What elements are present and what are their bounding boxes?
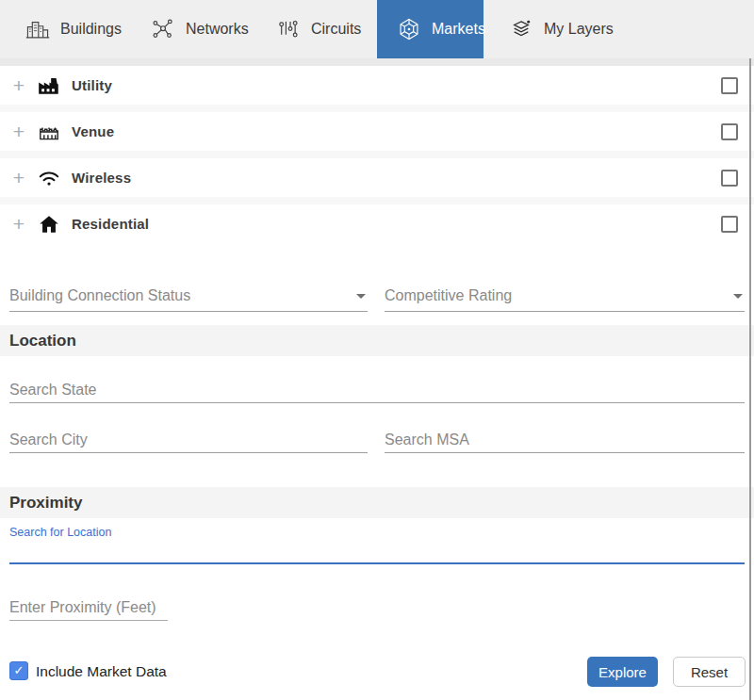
- proximity-feet-input[interactable]: [9, 594, 168, 621]
- home-icon: [37, 212, 61, 236]
- dropdown-caret-icon: [356, 294, 366, 299]
- panel-scrollbar[interactable]: [749, 58, 751, 700]
- utility-checkbox[interactable]: [721, 77, 738, 94]
- search-state-input[interactable]: [9, 377, 745, 403]
- search-msa-input[interactable]: [385, 427, 745, 453]
- expand-venue-button[interactable]: +: [9, 122, 28, 141]
- expand-wireless-button[interactable]: +: [9, 169, 28, 187]
- stadium-icon: [37, 120, 61, 144]
- networks-icon: [151, 17, 175, 41]
- layer-label-utility: Utility: [72, 77, 112, 93]
- market-layer-list: + Utility + Venue +: [0, 66, 754, 243]
- buildings-icon: [25, 17, 50, 41]
- wireless-checkbox[interactable]: [721, 170, 738, 187]
- expand-residential-button[interactable]: +: [9, 215, 28, 234]
- explore-button[interactable]: Explore: [587, 657, 658, 687]
- tab-my-layers-label: My Layers: [544, 21, 614, 38]
- competitive-rating-value: Competitive Rating: [385, 280, 745, 311]
- tab-markets-label: Markets: [432, 21, 485, 38]
- tab-buildings[interactable]: Buildings: [0, 0, 125, 58]
- tab-networks[interactable]: Networks: [125, 0, 251, 58]
- expand-utility-button[interactable]: +: [9, 76, 28, 95]
- wifi-icon: [37, 166, 61, 190]
- layer-row-residential: + Residential: [0, 204, 754, 243]
- layer-row-venue: + Venue: [0, 112, 754, 151]
- layer-label-venue: Venue: [72, 123, 114, 139]
- tab-circuits[interactable]: Circuits: [251, 0, 377, 58]
- building-connection-status-value: Building Connection Status: [9, 280, 368, 311]
- competitive-rating-select[interactable]: Competitive Rating: [385, 280, 745, 312]
- location-section-header: Location: [0, 325, 754, 356]
- search-location-label: Search for Location: [9, 526, 111, 539]
- layer-label-wireless: Wireless: [72, 170, 131, 186]
- layer-row-utility: + Utility: [0, 66, 754, 105]
- tab-buildings-label: Buildings: [60, 21, 122, 38]
- tab-circuits-label: Circuits: [311, 21, 361, 38]
- tab-my-layers[interactable]: My Layers: [484, 0, 634, 58]
- search-city-input[interactable]: [9, 427, 368, 453]
- proximity-section-header: Proximity: [0, 487, 754, 518]
- dropdown-caret-icon: [733, 294, 743, 299]
- tab-markets[interactable]: Markets: [377, 0, 484, 58]
- layer-label-residential: Residential: [72, 216, 149, 232]
- include-market-data-label: Include Market Data: [36, 663, 167, 680]
- tabbar-bottom-strip: [0, 58, 754, 66]
- venue-checkbox[interactable]: [721, 123, 738, 140]
- circuits-icon: [276, 17, 301, 41]
- residential-checkbox[interactable]: [721, 216, 738, 233]
- layer-row-wireless: + Wireless: [0, 158, 754, 197]
- reset-button[interactable]: Reset: [673, 657, 746, 687]
- include-market-data-checkbox[interactable]: ✓: [9, 661, 28, 680]
- layers-icon: [509, 17, 533, 41]
- tab-bar: Buildings Networks Circuits: [0, 0, 754, 58]
- tab-networks-label: Networks: [186, 21, 249, 38]
- search-location-input[interactable]: [9, 543, 745, 564]
- markets-icon: [397, 17, 421, 41]
- building-connection-status-select[interactable]: Building Connection Status: [9, 280, 368, 312]
- factory-icon: [37, 73, 61, 98]
